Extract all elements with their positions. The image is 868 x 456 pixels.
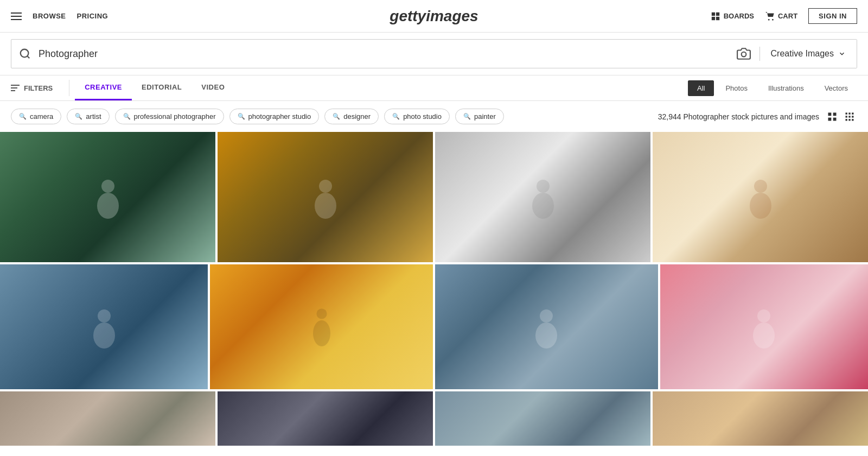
svg-rect-0 — [711, 12, 714, 15]
chip-painter-label: painter — [474, 112, 496, 121]
svg-point-6 — [21, 49, 29, 58]
chip-photographer-studio[interactable]: 🔍 photographer studio — [229, 109, 320, 124]
chip-photo-studio-label: photo studio — [403, 112, 442, 121]
filter-icon — [11, 85, 20, 91]
person-silhouette — [82, 305, 126, 349]
chip-professional-photographer-label: professional photographer — [134, 112, 216, 121]
chevron-down-icon — [838, 50, 846, 58]
chip-camera[interactable]: 🔍 camera — [11, 109, 61, 124]
chip-photographer-studio-label: photographer studio — [248, 112, 311, 121]
svg-rect-18 — [852, 116, 853, 117]
cart-button[interactable]: CART — [765, 11, 797, 21]
chip-professional-photographer[interactable]: 🔍 professional photographer — [115, 109, 224, 124]
suggestions-section: 🔍 camera 🔍 artist 🔍 professional photogr… — [0, 101, 868, 132]
type-illustrations-button[interactable]: Illustrations — [759, 80, 813, 96]
image-row-1 — [0, 132, 868, 262]
results-count-text: 32,944 Photographer stock pictures and i… — [658, 112, 819, 121]
header-left: BROWSE PRICING — [11, 12, 108, 20]
svg-rect-20 — [848, 119, 850, 121]
svg-rect-10 — [833, 112, 837, 116]
svg-point-28 — [754, 180, 767, 193]
person-silhouette — [739, 175, 782, 219]
boards-label: BOARDS — [724, 12, 754, 20]
type-all-button[interactable]: All — [688, 80, 714, 96]
chip-artist-label: artist — [86, 112, 101, 121]
image-cell[interactable] — [0, 391, 215, 446]
filters-label: FILTERS — [24, 84, 53, 92]
search-icon — [19, 48, 31, 60]
filters-button[interactable]: FILTERS — [11, 77, 63, 100]
sign-in-button[interactable]: SIGN IN — [808, 8, 857, 24]
person-silhouette — [742, 305, 786, 349]
filter-section: FILTERS CREATIVE EDITORIAL VIDEO All Pho… — [0, 75, 868, 101]
chip-camera-label: camera — [30, 112, 53, 121]
header-right: BOARDS CART SIGN IN — [711, 8, 857, 24]
chip-search-icon: 🔍 — [463, 113, 471, 120]
filter-left: FILTERS CREATIVE EDITORIAL VIDEO — [11, 75, 234, 100]
chip-search-icon: 🔍 — [75, 113, 82, 120]
pricing-link[interactable]: PRICING — [77, 12, 108, 20]
svg-rect-17 — [848, 116, 850, 117]
content-type-dropdown[interactable]: Creative Images — [760, 40, 857, 68]
camera-search-button[interactable] — [728, 47, 760, 61]
tab-creative[interactable]: CREATIVE — [75, 75, 132, 100]
type-vectors-button[interactable]: Vectors — [815, 80, 857, 96]
search-section: Creative Images — [0, 33, 868, 75]
person-silhouette — [521, 175, 565, 219]
svg-point-30 — [98, 309, 111, 322]
svg-point-29 — [750, 193, 771, 219]
boards-icon — [711, 11, 720, 21]
svg-rect-16 — [846, 116, 847, 117]
svg-rect-21 — [852, 119, 853, 121]
search-icon-wrap — [11, 48, 39, 60]
svg-point-34 — [540, 309, 553, 322]
svg-rect-14 — [848, 112, 850, 114]
image-cell[interactable] — [210, 264, 433, 389]
image-cell[interactable] — [435, 391, 650, 446]
divider — [69, 80, 69, 96]
tab-editorial[interactable]: EDITORIAL — [132, 75, 192, 100]
svg-rect-19 — [846, 119, 847, 121]
image-row-3 — [0, 391, 868, 446]
image-cell[interactable] — [660, 264, 868, 389]
logo[interactable]: gettyimages — [390, 8, 478, 25]
svg-point-4 — [768, 18, 770, 20]
hamburger-menu[interactable] — [11, 12, 22, 20]
svg-rect-12 — [833, 117, 837, 121]
suggestions-chips: 🔍 camera 🔍 artist 🔍 professional photogr… — [11, 109, 504, 124]
image-cell[interactable] — [0, 132, 215, 262]
browse-link[interactable]: BROWSE — [33, 12, 66, 20]
image-cell[interactable] — [218, 391, 433, 446]
chip-painter[interactable]: 🔍 painter — [455, 109, 504, 124]
compact-view-icon — [844, 111, 855, 122]
svg-point-37 — [753, 322, 775, 349]
image-cell[interactable] — [653, 391, 868, 446]
svg-line-7 — [27, 56, 29, 58]
search-bar: Creative Images — [11, 39, 857, 68]
logo-text: gettyimages — [390, 8, 478, 24]
chip-designer[interactable]: 🔍 designer — [324, 109, 379, 124]
image-cell[interactable] — [435, 132, 650, 262]
results-info: 32,944 Photographer stock pictures and i… — [658, 109, 857, 124]
svg-point-31 — [93, 322, 115, 349]
chip-search-icon: 🔍 — [19, 113, 27, 120]
image-cell[interactable] — [218, 132, 433, 262]
grid-view-button[interactable] — [825, 109, 840, 124]
chip-search-icon: 🔍 — [333, 113, 340, 120]
chip-photo-studio[interactable]: 🔍 photo studio — [384, 109, 450, 124]
chip-search-icon: 🔍 — [392, 113, 400, 120]
header: BROWSE PRICING gettyimages BOARDS CART S… — [0, 0, 868, 33]
image-cell[interactable] — [0, 264, 208, 389]
boards-button[interactable]: BOARDS — [711, 11, 754, 21]
chip-artist[interactable]: 🔍 artist — [67, 109, 109, 124]
dropdown-label: Creative Images — [771, 49, 834, 59]
search-input[interactable] — [39, 42, 728, 66]
chip-search-icon: 🔍 — [123, 113, 131, 120]
compact-view-button[interactable] — [842, 109, 857, 124]
tab-video[interactable]: VIDEO — [192, 75, 234, 100]
image-cell[interactable] — [435, 264, 658, 389]
image-cell[interactable] — [653, 132, 868, 262]
photographer-silhouette — [305, 305, 338, 349]
svg-point-26 — [537, 180, 550, 193]
type-photos-button[interactable]: Photos — [716, 80, 756, 96]
